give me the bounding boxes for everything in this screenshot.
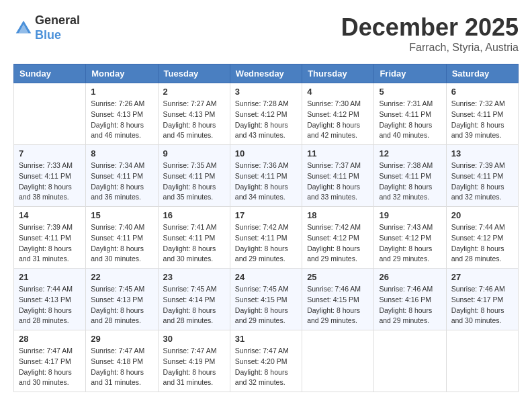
calendar-cell: 30 Sunrise: 7:47 AM Sunset: 4:19 PM Dayl… bbox=[158, 330, 230, 392]
sunset-text: Sunset: 4:11 PM bbox=[163, 234, 216, 242]
calendar-cell: 13 Sunrise: 7:39 AM Sunset: 4:11 PM Dayl… bbox=[446, 145, 518, 207]
calendar-cell: 28 Sunrise: 7:47 AM Sunset: 4:17 PM Dayl… bbox=[14, 330, 86, 392]
sunrise-text: Sunrise: 7:47 AM bbox=[19, 347, 73, 355]
sunset-text: Sunset: 4:11 PM bbox=[19, 172, 71, 180]
sunrise-text: Sunrise: 7:45 AM bbox=[235, 285, 289, 293]
logo-blue: Blue bbox=[35, 28, 80, 43]
sunset-text: Sunset: 4:11 PM bbox=[19, 234, 71, 242]
cell-content: Sunrise: 7:33 AM Sunset: 4:11 PM Dayligh… bbox=[19, 161, 81, 203]
day-number: 17 bbox=[235, 210, 297, 220]
sunset-text: Sunset: 4:12 PM bbox=[307, 110, 359, 118]
sunset-text: Sunset: 4:20 PM bbox=[235, 357, 287, 365]
sunset-text: Sunset: 4:13 PM bbox=[19, 295, 71, 304]
cell-content: Sunrise: 7:30 AM Sunset: 4:12 PM Dayligh… bbox=[307, 99, 369, 141]
calendar-cell: 18 Sunrise: 7:42 AM Sunset: 4:12 PM Dayl… bbox=[302, 207, 374, 269]
daylight-text: Daylight: 8 hours and 28 minutes. bbox=[91, 306, 144, 325]
sunset-text: Sunset: 4:13 PM bbox=[91, 295, 143, 304]
sunset-text: Sunset: 4:11 PM bbox=[379, 172, 431, 180]
daylight-text: Daylight: 8 hours and 30 minutes. bbox=[19, 368, 72, 387]
cell-content: Sunrise: 7:34 AM Sunset: 4:11 PM Dayligh… bbox=[91, 161, 152, 203]
day-number: 15 bbox=[91, 210, 152, 220]
sunrise-text: Sunrise: 7:32 AM bbox=[451, 99, 505, 107]
day-number: 31 bbox=[235, 334, 297, 344]
cell-content: Sunrise: 7:45 AM Sunset: 4:15 PM Dayligh… bbox=[235, 284, 297, 326]
calendar-cell: 8 Sunrise: 7:34 AM Sunset: 4:11 PM Dayli… bbox=[86, 145, 158, 207]
weekday-header: Friday bbox=[374, 64, 446, 83]
calendar-cell bbox=[374, 330, 446, 392]
daylight-text: Daylight: 8 hours and 32 minutes. bbox=[451, 183, 504, 201]
cell-content: Sunrise: 7:39 AM Sunset: 4:11 PM Dayligh… bbox=[19, 222, 81, 265]
daylight-text: Daylight: 8 hours and 29 minutes. bbox=[379, 306, 432, 325]
calendar-cell bbox=[446, 330, 518, 392]
cell-content: Sunrise: 7:46 AM Sunset: 4:16 PM Dayligh… bbox=[379, 284, 441, 326]
sunset-text: Sunset: 4:13 PM bbox=[91, 110, 143, 118]
calendar-cell: 23 Sunrise: 7:45 AM Sunset: 4:14 PM Dayl… bbox=[158, 269, 230, 330]
day-number: 8 bbox=[91, 148, 152, 158]
day-number: 4 bbox=[307, 87, 369, 97]
day-number: 11 bbox=[307, 148, 369, 158]
cell-content: Sunrise: 7:46 AM Sunset: 4:15 PM Dayligh… bbox=[307, 284, 369, 326]
calendar-cell: 1 Sunrise: 7:26 AM Sunset: 4:13 PM Dayli… bbox=[86, 83, 158, 145]
sunset-text: Sunset: 4:12 PM bbox=[307, 234, 359, 242]
day-number: 19 bbox=[379, 210, 441, 220]
cell-content: Sunrise: 7:43 AM Sunset: 4:12 PM Dayligh… bbox=[379, 222, 441, 265]
calendar-cell: 14 Sunrise: 7:39 AM Sunset: 4:11 PM Dayl… bbox=[14, 207, 86, 269]
cell-content: Sunrise: 7:47 AM Sunset: 4:17 PM Dayligh… bbox=[19, 346, 81, 388]
daylight-text: Daylight: 8 hours and 39 minutes. bbox=[451, 121, 504, 140]
daylight-text: Daylight: 8 hours and 29 minutes. bbox=[307, 244, 360, 263]
sunrise-text: Sunrise: 7:41 AM bbox=[163, 223, 217, 231]
cell-content: Sunrise: 7:44 AM Sunset: 4:12 PM Dayligh… bbox=[451, 222, 513, 265]
daylight-text: Daylight: 8 hours and 31 minutes. bbox=[91, 368, 144, 387]
day-number: 18 bbox=[307, 210, 369, 220]
daylight-text: Daylight: 8 hours and 34 minutes. bbox=[235, 183, 288, 201]
sunrise-text: Sunrise: 7:36 AM bbox=[235, 161, 289, 169]
weekday-header: Sunday bbox=[14, 64, 86, 83]
day-number: 30 bbox=[163, 334, 225, 344]
daylight-text: Daylight: 8 hours and 40 minutes. bbox=[379, 121, 432, 140]
sunrise-text: Sunrise: 7:45 AM bbox=[163, 285, 217, 293]
daylight-text: Daylight: 8 hours and 30 minutes. bbox=[91, 244, 144, 263]
sunrise-text: Sunrise: 7:42 AM bbox=[235, 223, 289, 231]
sunrise-text: Sunrise: 7:33 AM bbox=[19, 161, 73, 169]
day-number: 20 bbox=[451, 210, 513, 220]
sunset-text: Sunset: 4:11 PM bbox=[379, 110, 431, 118]
sunset-text: Sunset: 4:12 PM bbox=[235, 110, 287, 118]
calendar-cell: 22 Sunrise: 7:45 AM Sunset: 4:13 PM Dayl… bbox=[86, 269, 158, 330]
sunrise-text: Sunrise: 7:26 AM bbox=[91, 99, 144, 107]
day-number: 1 bbox=[91, 87, 152, 97]
calendar-cell: 2 Sunrise: 7:27 AM Sunset: 4:13 PM Dayli… bbox=[158, 83, 230, 145]
month-title: December 2025 bbox=[341, 13, 519, 42]
sunrise-text: Sunrise: 7:30 AM bbox=[307, 99, 361, 107]
cell-content: Sunrise: 7:26 AM Sunset: 4:13 PM Dayligh… bbox=[91, 99, 152, 141]
daylight-text: Daylight: 8 hours and 28 minutes. bbox=[163, 306, 216, 325]
day-number: 13 bbox=[451, 148, 513, 158]
sunrise-text: Sunrise: 7:47 AM bbox=[91, 347, 144, 355]
calendar-cell: 15 Sunrise: 7:40 AM Sunset: 4:11 PM Dayl… bbox=[86, 207, 158, 269]
cell-content: Sunrise: 7:31 AM Sunset: 4:11 PM Dayligh… bbox=[379, 99, 441, 141]
day-number: 2 bbox=[163, 87, 225, 97]
calendar-cell: 20 Sunrise: 7:44 AM Sunset: 4:12 PM Dayl… bbox=[446, 207, 518, 269]
daylight-text: Daylight: 8 hours and 29 minutes. bbox=[235, 244, 288, 263]
sunset-text: Sunset: 4:11 PM bbox=[451, 172, 504, 180]
daylight-text: Daylight: 8 hours and 32 minutes. bbox=[235, 368, 288, 387]
calendar-cell: 4 Sunrise: 7:30 AM Sunset: 4:12 PM Dayli… bbox=[302, 83, 374, 145]
calendar-week-row: 1 Sunrise: 7:26 AM Sunset: 4:13 PM Dayli… bbox=[14, 83, 519, 145]
calendar-cell: 6 Sunrise: 7:32 AM Sunset: 4:11 PM Dayli… bbox=[446, 83, 518, 145]
sunset-text: Sunset: 4:11 PM bbox=[451, 110, 504, 118]
sunrise-text: Sunrise: 7:44 AM bbox=[19, 285, 73, 293]
sunrise-text: Sunrise: 7:27 AM bbox=[163, 99, 217, 107]
sunrise-text: Sunrise: 7:46 AM bbox=[451, 285, 505, 293]
weekday-header: Tuesday bbox=[158, 64, 230, 83]
sunset-text: Sunset: 4:11 PM bbox=[235, 172, 287, 180]
cell-content: Sunrise: 7:45 AM Sunset: 4:13 PM Dayligh… bbox=[91, 284, 152, 326]
logo-general: General bbox=[35, 13, 80, 28]
day-number: 21 bbox=[19, 272, 81, 282]
sunset-text: Sunset: 4:11 PM bbox=[307, 172, 359, 180]
day-number: 23 bbox=[163, 272, 225, 282]
logo-icon bbox=[13, 18, 34, 38]
cell-content: Sunrise: 7:38 AM Sunset: 4:11 PM Dayligh… bbox=[379, 161, 441, 203]
sunrise-text: Sunrise: 7:37 AM bbox=[307, 161, 361, 169]
calendar-week-row: 7 Sunrise: 7:33 AM Sunset: 4:11 PM Dayli… bbox=[14, 145, 519, 207]
daylight-text: Daylight: 8 hours and 29 minutes. bbox=[307, 306, 360, 325]
sunrise-text: Sunrise: 7:35 AM bbox=[163, 161, 217, 169]
